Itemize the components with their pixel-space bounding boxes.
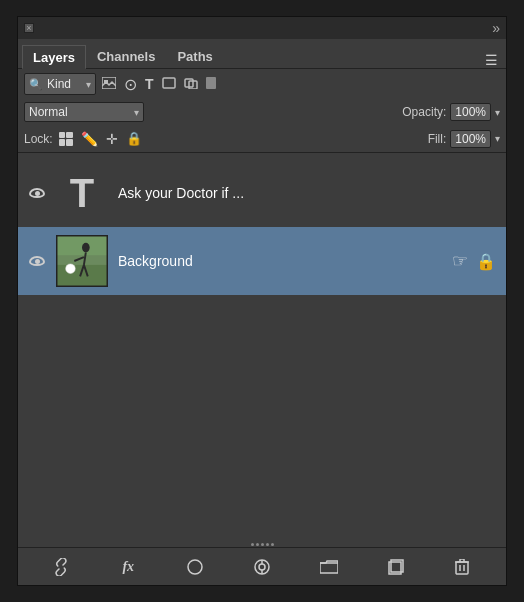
layers-list: T Ask your Doctor if ... <box>18 153 506 542</box>
lock-image-icon[interactable]: ✏️ <box>81 131 98 147</box>
delete-layer-button[interactable] <box>450 555 474 579</box>
layer-visibility-bg[interactable] <box>28 252 46 270</box>
cursor-hand-icon: ☞ <box>452 250 468 272</box>
layer-name-bg: Background <box>118 253 442 269</box>
svg-point-18 <box>259 564 265 570</box>
blend-mode-arrow: ▾ <box>134 107 139 118</box>
lock-icons: ✏️ ✛ 🔒 <box>59 131 142 147</box>
filter-kind-select[interactable]: 🔍 Kind ▾ <box>24 73 96 95</box>
filter-circle-icon[interactable]: ⊙ <box>124 75 137 94</box>
new-fill-layer-button[interactable] <box>183 555 207 579</box>
bottom-toolbar: fx <box>18 547 506 585</box>
search-icon: 🔍 <box>29 78 43 91</box>
fill-value[interactable]: 100% <box>450 130 491 148</box>
layer-lock-icon: 🔒 <box>476 252 496 271</box>
expand-button[interactable]: » <box>492 20 500 36</box>
filter-kind-label: Kind <box>47 77 82 91</box>
fill-group: Fill: 100% ▾ <box>428 130 500 148</box>
lock-transparent-icon[interactable] <box>59 132 73 146</box>
new-layer-button[interactable] <box>384 555 408 579</box>
filter-kind-arrow: ▾ <box>86 79 91 90</box>
filter-smart-icon[interactable] <box>184 77 198 92</box>
svg-rect-23 <box>456 562 468 574</box>
lock-all-icon[interactable]: 🔒 <box>126 131 142 146</box>
close-button[interactable]: × <box>24 23 34 33</box>
opacity-label: Opacity: <box>402 105 446 119</box>
filter-icons: ⊙ T <box>102 75 500 94</box>
layer-icons-right-bg: ☞ 🔒 <box>452 250 496 272</box>
layer-thumb-text: T <box>56 167 108 219</box>
layer-info-bg: Background <box>118 253 442 269</box>
filter-text-icon[interactable]: T <box>145 76 154 92</box>
layer-info-text: Ask your Doctor if ... <box>118 185 496 201</box>
blend-mode-row: Normal ▾ Opacity: 100% ▾ <box>18 99 506 125</box>
layer-name-text: Ask your Doctor if ... <box>118 185 496 201</box>
svg-rect-8 <box>57 236 107 255</box>
tab-paths[interactable]: Paths <box>166 44 223 68</box>
lock-position-icon[interactable]: ✛ <box>106 131 118 147</box>
lock-label: Lock: <box>24 132 53 146</box>
fill-label: Fill: <box>428 132 447 146</box>
new-group-button[interactable] <box>317 555 341 579</box>
tabs-row: Layers Channels Paths ☰ <box>18 39 506 69</box>
tab-layers[interactable]: Layers <box>22 45 86 69</box>
blend-mode-label: Normal <box>29 105 132 119</box>
opacity-value[interactable]: 100% <box>450 103 491 121</box>
svg-rect-2 <box>163 78 175 88</box>
svg-point-14 <box>66 264 76 274</box>
opacity-arrow[interactable]: ▾ <box>495 107 500 118</box>
lock-row: Lock: ✏️ ✛ 🔒 Fill: 100% ▾ <box>18 125 506 153</box>
add-layer-style-button[interactable]: fx <box>116 555 140 579</box>
svg-point-16 <box>188 560 202 574</box>
layers-panel: × » Layers Channels Paths ☰ 🔍 Kind ▾ ⊙ T <box>17 16 507 586</box>
panel-menu-icon[interactable]: ☰ <box>481 52 502 68</box>
svg-rect-5 <box>206 77 216 89</box>
layer-item-text[interactable]: T Ask your Doctor if ... <box>18 159 506 227</box>
title-bar: × » <box>18 17 506 39</box>
eye-icon-text <box>29 188 45 198</box>
filter-pixel-icon[interactable] <box>102 77 116 92</box>
fill-arrow[interactable]: ▾ <box>495 133 500 144</box>
eye-icon-bg <box>29 256 45 266</box>
new-adjustment-layer-button[interactable] <box>250 555 274 579</box>
filter-shape-icon[interactable] <box>162 77 176 92</box>
opacity-group: Opacity: 100% ▾ <box>402 103 500 121</box>
tab-channels[interactable]: Channels <box>86 44 167 68</box>
filter-row: 🔍 Kind ▾ ⊙ T <box>18 69 506 99</box>
layer-item-background[interactable]: Background ☞ 🔒 <box>18 227 506 295</box>
layer-thumb-bg <box>56 235 108 287</box>
svg-point-9 <box>82 243 90 253</box>
layer-visibility-text[interactable] <box>28 184 46 202</box>
filter-color-icon[interactable] <box>206 77 216 92</box>
link-layers-button[interactable] <box>49 555 73 579</box>
blend-mode-select[interactable]: Normal ▾ <box>24 102 144 122</box>
